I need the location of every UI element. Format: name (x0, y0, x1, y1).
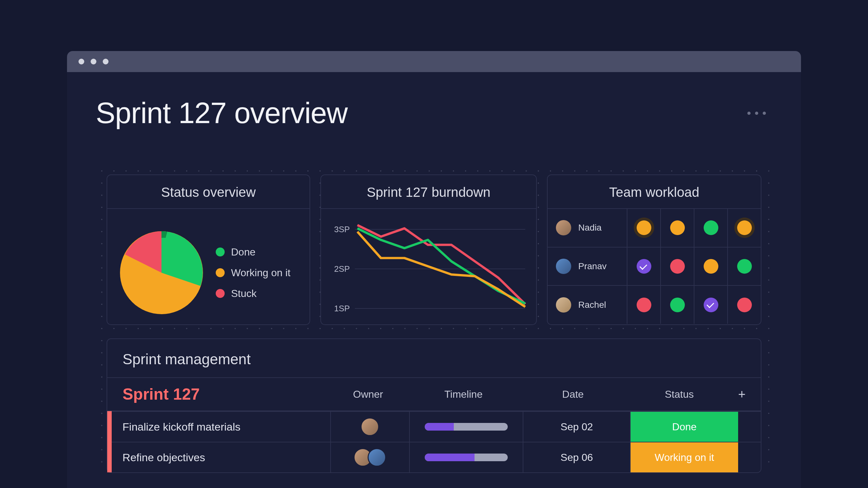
workload-person[interactable]: Pranav (548, 248, 627, 286)
table-row[interactable]: Refine objectives Sep 06 Working on it (107, 442, 761, 473)
page-title: Sprint 127 overview (96, 96, 347, 130)
status-dot-icon (637, 220, 651, 235)
task-date-cell[interactable]: Sep 06 (523, 442, 630, 473)
table-row[interactable]: Finalize kickoff materials Sep 02 Done (107, 411, 761, 442)
person-name: Nadia (578, 223, 601, 233)
y-tick: 3SP (332, 225, 350, 234)
workload-cell[interactable] (694, 209, 728, 247)
task-timeline-cell[interactable] (410, 411, 523, 442)
status-dot-icon (704, 259, 718, 274)
app-window: Sprint 127 overview Status overview (67, 51, 801, 488)
burndown-body: 3SP 2SP 1SP (321, 208, 536, 324)
workload-row: Pranav (548, 248, 761, 286)
legend-swatch (216, 268, 225, 277)
burndown-lines (358, 219, 525, 317)
workload-body: Nadia Pranav (548, 208, 761, 324)
workload-cell[interactable] (627, 209, 661, 247)
status-dot-icon (704, 220, 718, 235)
task-name-cell[interactable]: Refine objectives (112, 442, 331, 473)
workload-cell[interactable] (694, 286, 728, 324)
y-tick: 1SP (332, 304, 350, 314)
page-content: Sprint 127 overview Status overview (67, 72, 801, 488)
dots-icon (763, 111, 766, 115)
workload-cell[interactable] (661, 209, 694, 247)
legend-item-working: Working on it (216, 267, 290, 279)
row-stripe (107, 442, 112, 473)
status-dot-icon (670, 298, 685, 312)
progress-fill (425, 423, 454, 431)
task-status-cell[interactable]: Done (630, 411, 738, 442)
progress-bar (425, 423, 508, 431)
avatar (361, 418, 379, 436)
task-name: Finalize kickoff materials (123, 421, 241, 433)
task-status-cell[interactable]: Working on it (630, 442, 738, 473)
y-tick: 2SP (332, 264, 350, 274)
more-menu-button[interactable] (747, 111, 772, 115)
card-title: Status overview (107, 175, 310, 208)
burndown-chart: 3SP 2SP 1SP (332, 219, 525, 317)
task-timeline-cell[interactable] (410, 442, 523, 473)
burndown-card[interactable]: Sprint 127 burndown 3SP 2SP 1SP (320, 174, 537, 325)
workload-cell[interactable] (694, 248, 728, 286)
team-workload-card[interactable]: Team workload Nadia (547, 174, 762, 325)
legend-item-stuck: Stuck (216, 288, 290, 299)
task-owner-cell[interactable] (331, 411, 410, 442)
window-control-close[interactable] (79, 59, 84, 64)
status-dot-icon (670, 220, 685, 235)
add-column-button[interactable]: + (733, 387, 751, 401)
workload-person[interactable]: Nadia (548, 209, 627, 247)
page-header: Sprint 127 overview (96, 96, 772, 130)
window-titlebar (67, 51, 801, 72)
task-date: Sep 06 (561, 452, 593, 463)
workload-cell[interactable] (728, 209, 761, 247)
person-name: Pranav (578, 261, 607, 271)
check-icon (637, 259, 651, 274)
check-icon (704, 298, 718, 312)
window-control-maximize[interactable] (103, 59, 108, 64)
status-overview-card[interactable]: Status overview (106, 174, 310, 325)
workload-cell[interactable] (627, 286, 661, 324)
task-date-cell[interactable]: Sep 02 (523, 411, 630, 442)
card-title: Sprint management (107, 339, 761, 378)
status-dot-icon (637, 298, 651, 312)
avatar (556, 259, 571, 274)
status-label: Done (672, 421, 696, 433)
row-spacer (738, 411, 761, 442)
dashboard-grid: Status overview (96, 165, 772, 473)
column-header-date[interactable]: Date (520, 389, 626, 400)
table-header: Sprint 127 Owner Timeline Date Status + (107, 378, 761, 411)
legend-label: Stuck (231, 288, 256, 299)
workload-row: Nadia (548, 209, 761, 248)
column-header-owner[interactable]: Owner (329, 389, 407, 400)
status-body: Done Working on it Stuck (107, 208, 310, 324)
workload-person[interactable]: Rachel (548, 286, 627, 324)
workload-cell[interactable] (661, 248, 694, 286)
legend-item-done: Done (216, 246, 290, 258)
legend-swatch (216, 289, 225, 298)
status-legend: Done Working on it Stuck (216, 246, 290, 299)
workload-cell[interactable] (661, 286, 694, 324)
workload-cell[interactable] (728, 286, 761, 324)
column-header-status[interactable]: Status (626, 389, 733, 400)
window-control-minimize[interactable] (91, 59, 96, 64)
column-header-timeline[interactable]: Timeline (407, 389, 520, 400)
person-name: Rachel (578, 300, 606, 310)
legend-swatch (216, 248, 225, 256)
avatar (368, 448, 386, 467)
task-owner-cell[interactable] (331, 442, 410, 473)
dots-icon (747, 111, 750, 115)
progress-fill (425, 454, 474, 461)
status-dot-icon (737, 298, 752, 312)
row-stripe (107, 411, 112, 442)
task-name-cell[interactable]: Finalize kickoff materials (112, 411, 331, 442)
status-pie-chart (120, 231, 203, 314)
dots-icon (755, 111, 758, 115)
legend-label: Done (231, 246, 256, 258)
progress-bar (425, 454, 508, 461)
row-spacer (738, 442, 761, 473)
workload-cell[interactable] (728, 248, 761, 286)
task-date: Sep 02 (561, 421, 593, 433)
workload-cell[interactable] (627, 248, 661, 286)
cards-row: Status overview (106, 174, 762, 325)
sprint-group-label[interactable]: Sprint 127 (123, 385, 329, 403)
